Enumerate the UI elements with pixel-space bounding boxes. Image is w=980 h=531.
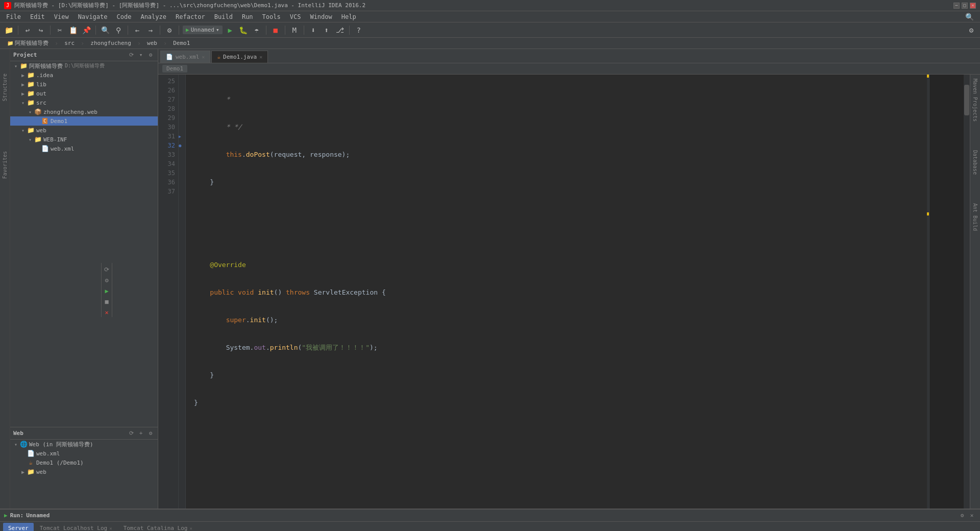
tree-item-idea[interactable]: ▶ 📁 .idea: [10, 70, 158, 80]
run-config-name: Unnamed: [26, 512, 50, 519]
web-tree-webfolder[interactable]: ▶ 📁 web: [10, 467, 158, 476]
web-tree-demo1[interactable]: ▶ ☕ Demo1 (/Demo1): [10, 458, 158, 467]
ant-build-tab[interactable]: Ant Build: [971, 199, 979, 235]
nav-tab-src[interactable]: src: [60, 39, 79, 47]
nav-tab-demo1[interactable]: Demo1: [169, 39, 194, 47]
tree-item-src[interactable]: ▾ 📁 src: [10, 98, 158, 107]
vcs-update-btn[interactable]: ⬇: [308, 25, 319, 36]
editor-tab-webxml[interactable]: 📄 web.xml ✕: [160, 51, 210, 63]
menu-navigate[interactable]: Navigate: [74, 12, 112, 21]
web-tree-webxml[interactable]: ▶ 📄 web.xml: [10, 449, 158, 458]
tab-tomcat-catalina[interactable]: Tomcat Catalina Log ✕: [118, 523, 198, 532]
run-with-coverage-btn[interactable]: ☂: [251, 25, 262, 36]
paste-btn[interactable]: 📌: [81, 25, 92, 36]
override-marker: ▶: [179, 134, 181, 139]
database-tab[interactable]: Database: [971, 146, 979, 179]
tree-item-root[interactable]: ▾ 📁 阿斯顿辅导费 D:\阿斯顿辅导费: [10, 61, 158, 70]
tree-item-webinf[interactable]: ▾ 📁 WEB-INF: [10, 135, 158, 144]
menu-code[interactable]: Code: [113, 12, 136, 21]
project-sync-btn[interactable]: ⟳: [127, 51, 135, 59]
tab-tomcat-localhost[interactable]: Tomcat Localhost Log ✕: [35, 523, 117, 532]
gutter-33: [179, 150, 185, 159]
gutter-37: [179, 187, 185, 196]
copy-btn[interactable]: 📋: [67, 25, 79, 36]
open-file-btn[interactable]: 📁: [3, 25, 14, 36]
nav-tab-web[interactable]: web: [143, 39, 161, 47]
cut-btn[interactable]: ✂: [54, 25, 65, 36]
close-catalina-tab[interactable]: ✕: [189, 526, 192, 531]
menu-window[interactable]: Window: [306, 12, 336, 21]
menu-view[interactable]: View: [50, 12, 73, 21]
minimize-button[interactable]: ─: [953, 3, 960, 9]
web-root-label: Web (in 阿斯顿辅导费): [29, 441, 93, 448]
tree-item-out[interactable]: ▶ 📁 out: [10, 89, 158, 98]
run-btn[interactable]: ▶: [225, 25, 236, 36]
maximize-button[interactable]: □: [962, 3, 968, 9]
forward-btn[interactable]: →: [145, 25, 156, 36]
maven-projects-tab[interactable]: Maven Projects: [971, 75, 979, 126]
tree-label-package: zhongfucheng.web: [43, 109, 97, 115]
lib-folder-icon: 📁: [27, 80, 35, 88]
close-webxml-tab[interactable]: ✕: [202, 54, 205, 60]
project-collapse-btn[interactable]: ▾: [137, 51, 145, 59]
run-config-dropdown[interactable]: ▶ Unnamed ▾: [183, 26, 223, 34]
run-close-btn[interactable]: ✕: [968, 512, 976, 520]
stop-btn[interactable]: ■: [270, 25, 281, 36]
close-demo1-tab[interactable]: ✕: [259, 54, 262, 60]
toolbar-sep-8: [285, 26, 285, 35]
menu-analyze[interactable]: Analyze: [136, 12, 170, 21]
tree-item-lib[interactable]: ▶ 📁 lib: [10, 80, 158, 89]
editor-tab-webxml-label: web.xml: [176, 54, 199, 60]
find-btn[interactable]: 🔍: [100, 25, 111, 36]
toolbar-sep-6: [179, 26, 179, 35]
tree-label-idea: .idea: [36, 72, 53, 79]
settings-btn[interactable]: ⚙: [966, 25, 977, 36]
run-settings-btn[interactable]: ⚙: [958, 512, 966, 520]
menu-file[interactable]: File: [2, 12, 25, 21]
project-settings-btn[interactable]: ⚙: [146, 51, 155, 59]
class-icon: C: [41, 117, 49, 125]
menu-help[interactable]: Help: [337, 12, 360, 21]
vcs-commit-btn[interactable]: ⬆: [321, 25, 332, 36]
code-line-30: [194, 233, 927, 242]
menu-run[interactable]: Run: [238, 12, 257, 21]
web-sync-btn[interactable]: ⟳: [127, 429, 135, 438]
favorites-tab[interactable]: Favorites: [1, 147, 9, 183]
find-in-path-btn[interactable]: ⚲: [113, 25, 124, 36]
tab-server[interactable]: Server: [3, 523, 34, 532]
nav-tab-project-label: 阿斯顿辅导费: [15, 39, 48, 47]
menu-build[interactable]: Build: [210, 12, 237, 21]
scroll-thumb[interactable]: [964, 85, 969, 115]
undo-btn[interactable]: ↩: [22, 25, 33, 36]
help-btn[interactable]: ?: [353, 25, 364, 36]
menu-refactor[interactable]: Refactor: [172, 12, 209, 21]
scrollbar[interactable]: [964, 75, 970, 509]
close-button[interactable]: ✕: [970, 3, 976, 9]
window-controls[interactable]: ─ □ ✕: [953, 3, 976, 9]
web-tree-root[interactable]: ▾ 🌐 Web (in 阿斯顿辅导费): [10, 440, 158, 449]
nav-tab-package[interactable]: zhongfucheng: [86, 39, 135, 47]
tree-item-package[interactable]: ▾ 📦 zhongfucheng.web: [10, 107, 158, 116]
project-folder-icon: 📁: [19, 62, 28, 70]
structure-tab[interactable]: Structure: [1, 69, 9, 105]
build-btn[interactable]: ⚙: [164, 25, 175, 36]
nav-tab-project[interactable]: 📁 阿斯顿辅导费: [3, 38, 53, 48]
toolbar: 📁 ↩ ↪ ✂ 📋 📌 🔍 ⚲ ← → ⚙ ▶ Unnamed ▾ ▶ 🐛 ☂ …: [0, 22, 980, 38]
close-localhost-tab[interactable]: ✕: [109, 526, 112, 531]
web-settings-btn[interactable]: ⚙: [146, 429, 155, 438]
tree-item-web[interactable]: ▾ 📁 web: [10, 126, 158, 135]
tree-item-webxml[interactable]: ▶ 📄 web.xml: [10, 144, 158, 153]
vcs-log-btn[interactable]: ⎇: [334, 25, 346, 36]
menu-vcs[interactable]: VCS: [286, 12, 305, 21]
editor-tab-demo1[interactable]: ☕ Demo1.java ✕: [211, 51, 268, 63]
web-plus-btn[interactable]: +: [137, 429, 145, 438]
search-everywhere-btn[interactable]: 🔍: [965, 12, 974, 21]
menu-edit[interactable]: Edit: [26, 12, 49, 21]
menu-tools[interactable]: Tools: [258, 12, 285, 21]
code-content[interactable]: * * */ this.doPost(request, response); }…: [186, 75, 927, 509]
redo-btn[interactable]: ↪: [35, 25, 46, 36]
debug-btn[interactable]: 🐛: [238, 25, 249, 36]
maven-btn[interactable]: M: [289, 25, 300, 36]
back-btn[interactable]: ←: [132, 25, 143, 36]
tree-item-demo1[interactable]: ▶ C Demo1: [10, 116, 158, 126]
